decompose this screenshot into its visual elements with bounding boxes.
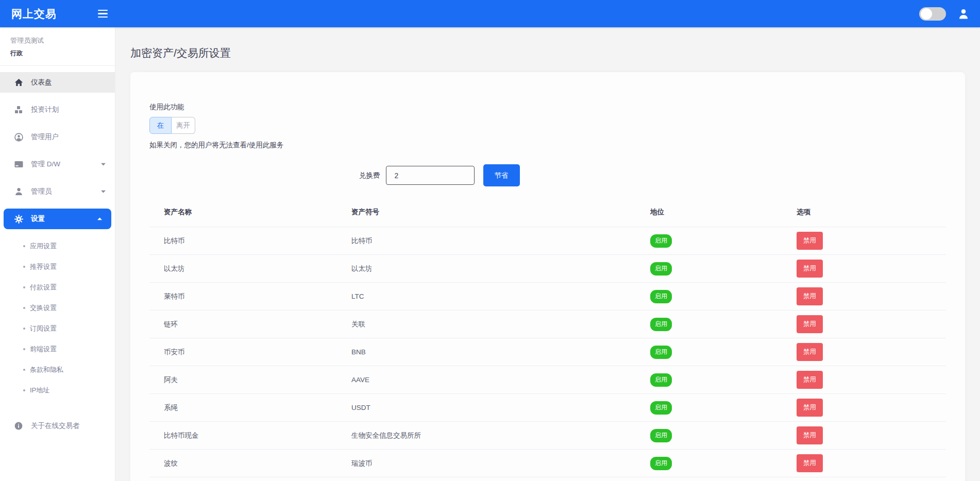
sidebar-nav: 仪表盘 投资计划 管理用户 — [0, 72, 115, 436]
column-header-options: 选项 — [782, 199, 946, 227]
sidebar-item-settings[interactable]: 设置 — [4, 209, 111, 229]
exchange-fee-row: 兑换费 节省 — [359, 164, 946, 186]
asset-name-cell: 比特币 — [149, 227, 337, 255]
feature-toggle-group: 在 离开 — [149, 117, 195, 134]
disable-button[interactable]: 禁用 — [797, 426, 823, 444]
table-row: 波纹 瑞波币 启用 禁用 — [149, 450, 946, 477]
sidebar-subitem-label: 应用设置 — [30, 242, 57, 251]
disable-button[interactable]: 禁用 — [797, 315, 823, 333]
sidebar-subitem[interactable]: 应用设置 — [0, 236, 115, 256]
status-badge: 启用 — [650, 234, 672, 248]
asset-symbol-cell: 瑞波币 — [337, 450, 636, 477]
info-icon — [14, 422, 23, 430]
sidebar-item-label: 管理 D/W — [31, 160, 60, 169]
asset-name-cell: 阿夫 — [149, 366, 337, 394]
asset-name-cell: 系绳 — [149, 394, 337, 422]
sidebar: 管理员测试 行政 仪表盘 投资计划 — [0, 27, 115, 481]
bullet-icon — [23, 389, 25, 391]
sidebar-item-dashboard[interactable]: 仪表盘 — [0, 72, 115, 93]
disable-button[interactable]: 禁用 — [797, 260, 823, 278]
sidebar-item-about[interactable]: 关于在线交易者 — [0, 416, 115, 436]
feature-toggle-label: 使用此功能 — [149, 102, 946, 112]
table-row: 币安币 BNB 启用 禁用 — [149, 338, 946, 366]
bullet-icon — [23, 369, 25, 371]
disable-button[interactable]: 禁用 — [797, 399, 823, 417]
status-badge: 启用 — [650, 373, 672, 387]
sidebar-subitem-label: 订阅设置 — [30, 324, 57, 333]
bullet-icon — [23, 245, 25, 247]
table-row: 以太坊 以太坊 启用 禁用 — [149, 255, 946, 283]
assets-table: 资产名称 资产符号 地位 选项 比特币 比特币 启用 禁用 以太坊 以太坊 启用… — [149, 199, 946, 481]
asset-symbol-cell: AAVE — [337, 366, 636, 394]
exchange-fee-label: 兑换费 — [359, 171, 380, 180]
chevron-down-icon — [101, 190, 106, 193]
table-row: 比特币现金 生物安全信息交易所所 启用 禁用 — [149, 422, 946, 450]
disable-button[interactable]: 禁用 — [797, 371, 823, 389]
theme-toggle-switch[interactable] — [919, 7, 946, 21]
bullet-icon — [23, 348, 25, 350]
asset-symbol-cell: XLM — [337, 477, 636, 481]
sidebar-item-label: 投资计划 — [31, 105, 59, 114]
sidebar-subitem-label: 前端设置 — [30, 345, 57, 354]
asset-name-cell: 链环 — [149, 311, 337, 338]
user-profile-icon[interactable] — [958, 8, 969, 20]
assets-table-body: 比特币 比特币 启用 禁用 以太坊 以太坊 启用 禁用 莱特币 LTC 启用 禁… — [149, 227, 946, 481]
disable-button[interactable]: 禁用 — [797, 287, 823, 305]
table-row: 系绳 USDT 启用 禁用 — [149, 394, 946, 422]
bullet-icon — [23, 286, 25, 288]
exchange-fee-input[interactable] — [386, 166, 475, 185]
cubes-icon — [14, 106, 23, 114]
wallet-icon — [14, 161, 23, 168]
sidebar-item-admins[interactable]: 管理员 — [0, 181, 115, 202]
asset-name-cell: 莱特币 — [149, 283, 337, 311]
sidebar-subitem[interactable]: 付款设置 — [0, 277, 115, 298]
disable-button[interactable]: 禁用 — [797, 232, 823, 250]
status-badge: 启用 — [650, 429, 672, 442]
table-row: 莱特币 LTC 启用 禁用 — [149, 283, 946, 311]
asset-name-cell: 币安币 — [149, 338, 337, 366]
asset-symbol-cell: USDT — [337, 394, 636, 422]
feature-off-button[interactable]: 离开 — [172, 117, 195, 134]
settings-card: 使用此功能 在 离开 如果关闭，您的用户将无法查看/使用此服务 兑换费 节省 资… — [130, 72, 965, 481]
sidebar-item-investment-plans[interactable]: 投资计划 — [0, 99, 115, 120]
user-icon — [14, 187, 23, 196]
sidebar-item-manage-users[interactable]: 管理用户 — [0, 127, 115, 147]
page-title: 加密资产/交易所设置 — [130, 46, 965, 60]
sidebar-subitem[interactable]: IP地址 — [0, 380, 115, 401]
hamburger-menu-icon[interactable] — [96, 8, 110, 20]
toggle-knob — [921, 8, 932, 20]
asset-symbol-cell: 以太坊 — [337, 255, 636, 283]
bullet-icon — [23, 307, 25, 309]
disable-button[interactable]: 禁用 — [797, 454, 823, 472]
sidebar-item-label: 设置 — [31, 214, 45, 224]
sidebar-subitem[interactable]: 交换设置 — [0, 298, 115, 318]
sidebar-item-label: 管理员 — [31, 187, 52, 196]
asset-name-cell: 波纹 — [149, 450, 337, 477]
sidebar-item-label: 关于在线交易者 — [31, 421, 80, 431]
sidebar-subitem-label: 付款设置 — [30, 283, 57, 292]
asset-name-cell: 恒星 — [149, 477, 337, 481]
sidebar-item-manage-dw[interactable]: 管理 D/W — [0, 154, 115, 175]
chevron-down-icon — [101, 163, 106, 166]
settings-submenu: 应用设置 推荐设置 付款设置 交换设置 订阅设置 前端设置 条款和隐私 IP地址 — [0, 236, 115, 401]
sidebar-subitem[interactable]: 前端设置 — [0, 339, 115, 359]
sidebar-subitem[interactable]: 条款和隐私 — [0, 359, 115, 380]
feature-on-button[interactable]: 在 — [149, 117, 172, 134]
app-header: 网上交易 — [0, 0, 980, 27]
sidebar-item-label: 仪表盘 — [31, 78, 52, 87]
status-badge: 启用 — [650, 262, 672, 276]
admin-info: 管理员测试 行政 — [0, 27, 115, 66]
save-button[interactable]: 节省 — [483, 164, 520, 186]
sidebar-subitem[interactable]: 订阅设置 — [0, 318, 115, 339]
bullet-icon — [23, 328, 25, 330]
main-content: 加密资产/交易所设置 使用此功能 在 离开 如果关闭，您的用户将无法查看/使用此… — [115, 0, 980, 481]
asset-symbol-cell: 生物安全信息交易所所 — [337, 422, 636, 450]
status-badge: 启用 — [650, 401, 672, 415]
disable-button[interactable]: 禁用 — [797, 343, 823, 361]
column-header-status: 地位 — [636, 199, 782, 227]
sidebar-subitem-label: 条款和隐私 — [30, 365, 63, 374]
table-row: 链环 关联 启用 禁用 — [149, 311, 946, 338]
asset-name-cell: 以太坊 — [149, 255, 337, 283]
chevron-up-icon — [97, 217, 102, 220]
sidebar-subitem[interactable]: 推荐设置 — [0, 256, 115, 277]
